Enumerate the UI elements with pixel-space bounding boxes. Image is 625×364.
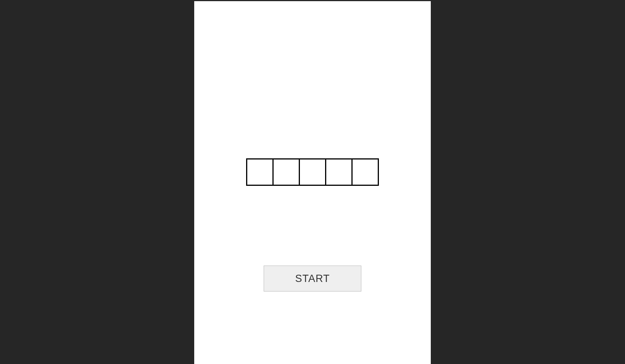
letter-box-3[interactable] bbox=[299, 158, 326, 186]
start-button[interactable]: START bbox=[264, 266, 361, 292]
game-panel: START bbox=[194, 1, 431, 364]
letter-box-5[interactable] bbox=[351, 158, 379, 186]
letter-box-1[interactable] bbox=[246, 158, 274, 186]
letter-box-4[interactable] bbox=[325, 158, 353, 186]
letter-box-2[interactable] bbox=[272, 158, 300, 186]
letter-boxes-row bbox=[246, 158, 379, 186]
